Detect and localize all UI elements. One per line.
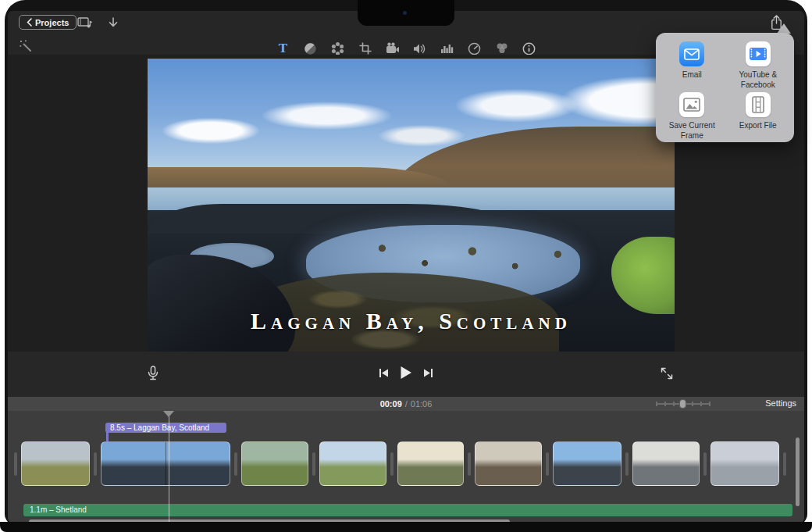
title-clip[interactable]: 8.5s – Laggan Bay, Scotland xyxy=(105,423,226,433)
skip-to-start-button[interactable] xyxy=(379,368,389,378)
clip-gap-handle[interactable] xyxy=(703,452,707,476)
timeline-clip[interactable] xyxy=(101,441,230,486)
timeline-vertical-scrollbar[interactable] xyxy=(796,437,800,506)
playhead-handle[interactable] xyxy=(163,411,174,417)
timeline-clips-row xyxy=(14,441,786,486)
clip-gap-handle[interactable] xyxy=(468,452,471,476)
clip-gap-handle[interactable] xyxy=(625,452,629,476)
timeline-zoom-slider[interactable] xyxy=(656,399,710,409)
camera-dot xyxy=(403,11,407,15)
play-button[interactable] xyxy=(400,366,412,380)
share-option-label: YouTube & Facebook xyxy=(725,70,792,90)
zoom-slider-thumb[interactable] xyxy=(679,399,686,409)
share-option-label: Save Current Frame xyxy=(659,121,725,141)
clip-gap-handle[interactable] xyxy=(312,452,315,476)
timeline-clip[interactable] xyxy=(241,441,308,486)
playback-controls xyxy=(8,366,804,380)
fullscreen-icon[interactable] xyxy=(661,367,673,380)
share-option-label: Export File xyxy=(739,121,777,131)
email-icon xyxy=(679,41,704,66)
youtube-facebook-icon xyxy=(746,41,771,66)
timeline-clip[interactable] xyxy=(553,441,621,486)
settings-button[interactable]: Settings xyxy=(765,398,796,408)
chevron-left-icon xyxy=(27,18,32,27)
share-option-youtube-facebook[interactable]: YouTube & Facebook xyxy=(725,39,792,90)
timeline-clip[interactable] xyxy=(632,441,700,486)
clip-frame-divider xyxy=(166,442,166,485)
current-time: 00:09 xyxy=(380,399,402,409)
page: Projects xyxy=(0,0,812,532)
timeline-clip[interactable] xyxy=(397,441,464,486)
clip-gap-handle[interactable] xyxy=(390,452,394,476)
timeline[interactable]: 8.5s – Laggan Bay, Scotland 1.1m – Shetl… xyxy=(8,411,804,525)
import-arrow-icon[interactable] xyxy=(105,15,122,30)
media-library-icon[interactable] xyxy=(77,15,94,30)
share-option-save-frame[interactable]: Save Current Frame xyxy=(659,90,725,141)
skip-to-end-button[interactable] xyxy=(423,368,433,378)
timeline-clip[interactable] xyxy=(710,441,779,486)
timeline-clip[interactable] xyxy=(475,441,542,486)
video-title-overlay: Laggan Bay, Scotland xyxy=(148,308,675,334)
video-preview[interactable]: Laggan Bay, Scotland xyxy=(148,59,675,355)
timeline-clip[interactable] xyxy=(21,441,90,486)
camera-notch xyxy=(358,0,454,26)
time-separator: / xyxy=(405,399,408,409)
back-to-projects-button[interactable]: Projects xyxy=(19,15,77,30)
audio-clip[interactable]: 1.1m – Shetland xyxy=(23,504,792,516)
projects-button-label: Projects xyxy=(35,18,69,27)
transport-bar xyxy=(8,352,804,397)
share-option-export-file[interactable]: Export File xyxy=(725,90,792,141)
total-duration: 01:06 xyxy=(411,399,433,409)
export-file-icon xyxy=(746,92,771,117)
clip-gap-handle[interactable] xyxy=(546,452,549,476)
clip-gap-handle[interactable] xyxy=(234,452,237,476)
clip-gap-handle[interactable] xyxy=(94,452,97,476)
time-strip[interactable]: 00:09 / 01:06 Settings xyxy=(8,397,804,411)
laptop-hinge xyxy=(0,522,812,532)
save-frame-icon xyxy=(679,92,704,117)
timeline-clip[interactable] xyxy=(319,441,386,486)
share-option-email[interactable]: Email xyxy=(659,39,725,90)
enhance-wand-icon[interactable] xyxy=(19,39,36,56)
share-popover: Email YouTube & Facebook xyxy=(656,33,794,142)
share-option-label: Email xyxy=(682,70,702,80)
clip-gap-handle[interactable] xyxy=(783,452,786,476)
clip-gap-handle[interactable] xyxy=(14,452,17,476)
playhead-line[interactable] xyxy=(169,412,169,525)
